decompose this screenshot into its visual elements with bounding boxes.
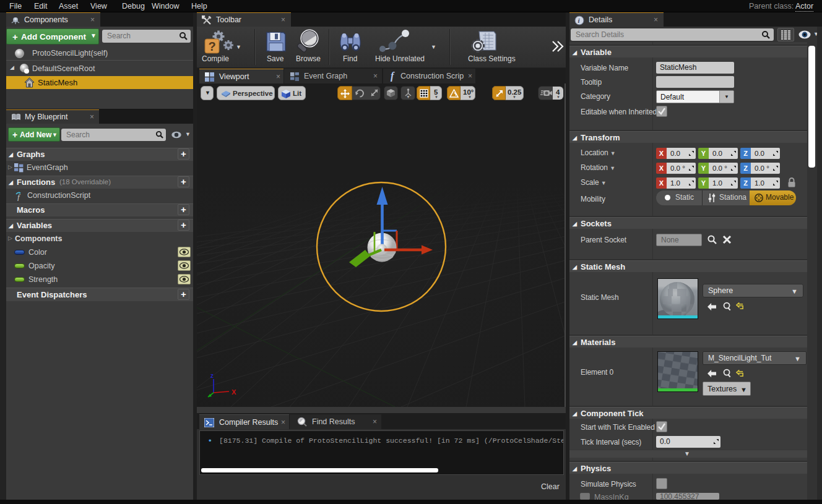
svg-text:?: ? — [209, 40, 216, 53]
svg-text:X: X — [231, 388, 236, 396]
svg-text:f: f — [17, 192, 21, 201]
svg-text:z: z — [210, 372, 214, 379]
